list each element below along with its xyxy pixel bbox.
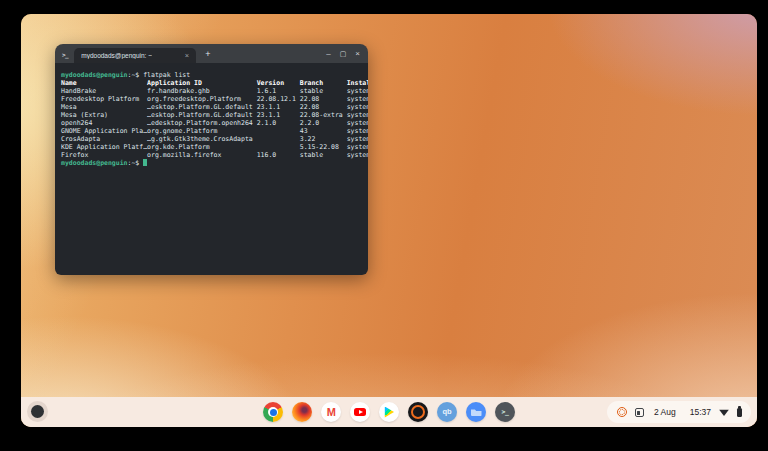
terminal-body[interactable]: mydoodads@penguin:~$ flatpak list Name A… [55,63,368,275]
shelf-app-terminal-icon[interactable]: >_ [495,402,515,422]
shelf-app-files-icon[interactable] [466,402,486,422]
terminal-titlebar[interactable]: >_ mydoodads@penguin: ~ × + – ▢ × [55,44,368,63]
screen-record-icon [617,407,627,417]
terminal-tab-title: mydoodads@penguin: ~ [81,52,152,59]
shelf-app-qbittorrent-icon[interactable]: qb [437,402,457,422]
terminal-window: >_ mydoodads@penguin: ~ × + – ▢ × mydood… [55,44,368,275]
terminal-output: mydoodads@penguin:~$ flatpak list Name A… [61,71,363,167]
status-date: 2 Aug [654,407,676,417]
terminal-app-icon: >_ [62,52,68,58]
shelf-app-chrome-icon[interactable] [263,402,283,422]
minimize-button[interactable]: – [326,50,330,58]
shelf-app-firefox-icon[interactable] [292,402,312,422]
gmail-glyph: M [327,407,336,418]
shelf-app-youtube-icon[interactable] [350,402,370,422]
battery-icon [737,408,742,417]
shelf-app-handbrake-icon[interactable] [408,402,428,422]
wifi-icon [719,408,729,416]
terminal-tab[interactable]: mydoodads@penguin: ~ × [74,48,196,63]
maximize-button[interactable]: ▢ [340,50,347,57]
status-time: 15:37 [690,407,711,417]
shelf: Mqb>_ 2 Aug 15:37 [21,397,757,427]
shelf-app-play-store-icon[interactable] [379,402,399,422]
tab-close-icon[interactable]: × [185,51,189,60]
terminal-cursor [143,159,147,166]
status-tray[interactable]: 2 Aug 15:37 [607,401,751,423]
window-controls: – ▢ × [326,44,360,63]
launcher-button[interactable] [31,405,44,418]
terminal-glyph: >_ [502,409,509,416]
close-button[interactable]: × [355,50,360,58]
qbittorrent-glyph: qb [442,408,451,416]
shelf-app-gmail-icon[interactable]: M [321,402,341,422]
desktop: >_ mydoodads@penguin: ~ × + – ▢ × mydood… [21,14,757,427]
new-tab-button[interactable]: + [205,49,210,59]
screen-capture-icon [635,408,644,417]
shelf-apps: Mqb>_ [263,402,515,422]
